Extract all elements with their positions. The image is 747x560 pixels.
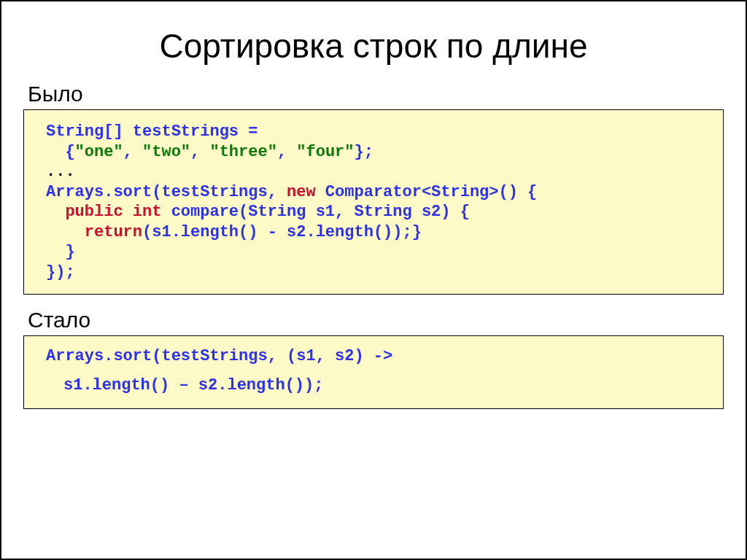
code-token: , bbox=[190, 143, 209, 161]
label-before: Было bbox=[1, 82, 746, 106]
code-token: "two" bbox=[142, 143, 190, 161]
code-token: "one" bbox=[75, 143, 123, 161]
code-token: } bbox=[46, 243, 75, 261]
code-line: s1.length() – s2.length()); bbox=[46, 376, 713, 396]
code-token bbox=[46, 223, 85, 241]
code-token: Comparator<String>() { bbox=[316, 183, 538, 201]
code-token: return bbox=[85, 223, 142, 241]
code-token: ... bbox=[46, 163, 75, 181]
code-token: { bbox=[46, 143, 75, 161]
code-token: }); bbox=[46, 263, 75, 281]
code-token: , bbox=[123, 143, 142, 161]
slide: Сортировка строк по длине Было String[] … bbox=[0, 0, 747, 560]
code-token: Arrays.sort(testStrings, bbox=[46, 183, 287, 201]
code-token: public int bbox=[65, 203, 161, 221]
code-token: new bbox=[287, 183, 316, 201]
code-before: String[] testStrings = {"one", "two", "t… bbox=[23, 109, 724, 295]
slide-title: Сортировка строк по длине bbox=[1, 26, 746, 66]
code-after: Arrays.sort(testStrings, (s1, s2) -> s1.… bbox=[23, 335, 724, 409]
code-token bbox=[46, 203, 65, 221]
code-token: "four" bbox=[296, 143, 354, 161]
code-token: (s1.length() - s2.length());} bbox=[142, 223, 422, 241]
code-token: "three" bbox=[209, 143, 276, 161]
code-line: Arrays.sort(testStrings, (s1, s2) -> bbox=[46, 346, 713, 367]
code-token: , bbox=[277, 143, 296, 161]
code-token: }; bbox=[355, 143, 374, 161]
label-after: Стало bbox=[1, 308, 746, 332]
code-token: String[] testStrings = bbox=[46, 122, 258, 141]
code-token: compare(String s1, String s2) { bbox=[161, 203, 469, 221]
